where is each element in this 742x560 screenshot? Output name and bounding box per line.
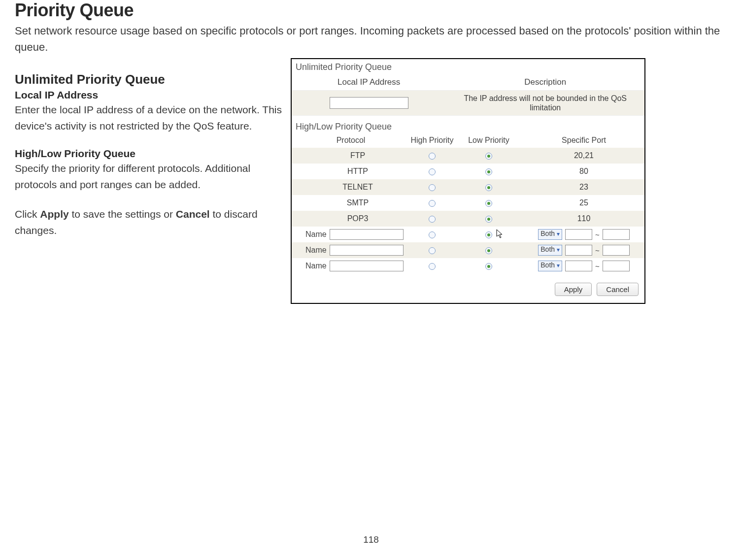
port-type-select[interactable]: Both ▾ xyxy=(538,245,562,256)
port-to-input[interactable] xyxy=(603,229,630,240)
high-priority-radio[interactable] xyxy=(429,200,436,207)
high-priority-radio[interactable] xyxy=(429,263,436,270)
tilde-separator: ~ xyxy=(595,231,600,239)
low-priority-radio[interactable] xyxy=(485,216,492,223)
port-type-select[interactable]: Both ▾ xyxy=(538,261,562,271)
custom-name-label: Name xyxy=(305,262,327,270)
header-high-priority: High Priority xyxy=(410,136,454,145)
cancel-button[interactable]: Cancel xyxy=(597,283,639,296)
header-local-ip: Local IP Address xyxy=(292,73,446,90)
custom-name-input[interactable] xyxy=(330,261,404,271)
field-local-ip-title: Local IP Address xyxy=(15,89,283,101)
apply-paragraph: Click Apply to save the settings or Canc… xyxy=(15,206,283,238)
protocol-name: POP3 xyxy=(305,214,410,223)
page-title: Priority Queue xyxy=(15,0,727,21)
port-value: 110 xyxy=(523,214,644,223)
custom-name-label: Name xyxy=(305,246,327,255)
settings-panel: Unlimited Priority Queue Local IP Addres… xyxy=(291,58,645,304)
header-specific-port: Specific Port xyxy=(523,136,644,145)
protocol-name: FTP xyxy=(305,151,410,160)
low-priority-radio[interactable] xyxy=(485,168,492,175)
high-priority-radio[interactable] xyxy=(429,153,436,160)
cursor-icon xyxy=(496,229,504,239)
port-from-input[interactable] xyxy=(565,261,592,271)
low-priority-radio[interactable] xyxy=(485,231,492,238)
field-local-ip-body: Enter the local IP address of a device o… xyxy=(15,102,283,134)
left-column: Unlimited Priority Queue Local IP Addres… xyxy=(15,58,291,304)
local-ip-input[interactable] xyxy=(330,97,408,109)
apply-text-pre: Click xyxy=(15,208,40,220)
high-priority-radio[interactable] xyxy=(429,168,436,175)
protocol-name: HTTP xyxy=(305,167,410,176)
custom-name-input[interactable] xyxy=(330,245,404,256)
port-value: 23 xyxy=(523,183,644,192)
unlimited-description-text: The IP address will not be bounded in th… xyxy=(446,91,644,115)
page-number: 118 xyxy=(0,534,742,545)
protocol-name: TELNET xyxy=(305,183,410,192)
header-description: Description xyxy=(446,73,644,90)
section-highlow-body: Specify the priority for different proto… xyxy=(15,161,283,193)
port-type-select[interactable]: Both ▾ xyxy=(538,229,562,240)
unlimited-queue-heading: Unlimited Priority Queue xyxy=(292,59,644,73)
table-row: Name xyxy=(292,227,644,242)
port-value: 80 xyxy=(523,167,644,176)
apply-bold-cancel: Cancel xyxy=(176,208,210,220)
high-priority-radio[interactable] xyxy=(429,216,436,223)
table-row: Name Both ▾ ~ xyxy=(292,258,644,274)
table-row: Name Both ▾ ~ xyxy=(292,242,644,258)
tilde-separator: ~ xyxy=(595,262,600,270)
table-row: SMTP 25 xyxy=(292,195,644,211)
chevron-down-icon: ▾ xyxy=(557,262,560,269)
custom-name-input[interactable] xyxy=(330,229,404,240)
port-type-value: Both xyxy=(540,245,555,253)
port-type-value: Both xyxy=(540,230,555,237)
high-priority-radio[interactable] xyxy=(429,184,436,191)
low-priority-radio[interactable] xyxy=(485,184,492,191)
low-priority-radio[interactable] xyxy=(485,263,492,270)
port-to-input[interactable] xyxy=(603,261,630,271)
apply-bold-apply: Apply xyxy=(40,208,68,220)
high-priority-radio[interactable] xyxy=(429,231,436,238)
low-priority-radio[interactable] xyxy=(485,247,492,254)
apply-text-mid: to save the settings or xyxy=(69,208,176,220)
custom-name-label: Name xyxy=(305,230,327,239)
chevron-down-icon: ▾ xyxy=(557,231,560,237)
port-from-input[interactable] xyxy=(565,229,592,240)
table-row: FTP 20,21 xyxy=(292,148,644,164)
low-priority-radio[interactable] xyxy=(485,200,492,207)
section-highlow-title: High/Low Priority Queue xyxy=(15,148,283,160)
table-row: POP3 110 xyxy=(292,211,644,227)
port-from-input[interactable] xyxy=(565,245,592,256)
port-to-input[interactable] xyxy=(603,245,630,256)
table-row: TELNET 23 xyxy=(292,179,644,195)
high-priority-radio[interactable] xyxy=(429,247,436,254)
port-value: 25 xyxy=(523,198,644,207)
intro-text: Set network resource usage based on spec… xyxy=(15,23,727,55)
port-type-value: Both xyxy=(540,261,555,269)
low-priority-radio[interactable] xyxy=(485,153,492,160)
header-low-priority: Low Priority xyxy=(454,136,523,145)
chevron-down-icon: ▾ xyxy=(557,246,560,253)
section-unlimited-title: Unlimited Priority Queue xyxy=(15,72,283,87)
protocol-name: SMTP xyxy=(305,198,410,207)
highlow-queue-heading: High/Low Priority Queue xyxy=(292,119,644,133)
table-row: HTTP 80 xyxy=(292,164,644,179)
header-protocol: Protocol xyxy=(292,136,410,145)
tilde-separator: ~ xyxy=(595,246,600,255)
port-value: 20,21 xyxy=(523,151,644,160)
apply-button[interactable]: Apply xyxy=(555,283,592,296)
